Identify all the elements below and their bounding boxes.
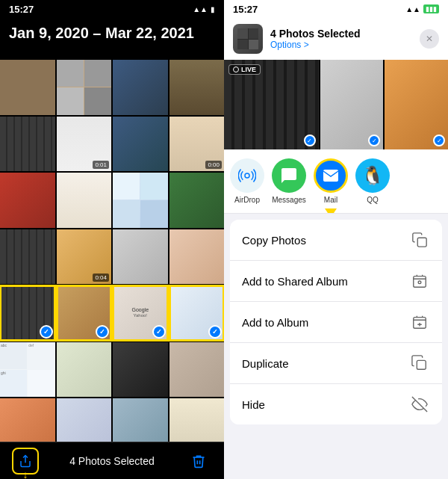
wifi-icon: ▲▲ bbox=[405, 5, 420, 13]
battery-icon: ▮ bbox=[211, 5, 215, 13]
grid-cell[interactable]: 0:04 bbox=[57, 229, 112, 285]
selected-check bbox=[96, 325, 109, 339]
grid-cell[interactable] bbox=[57, 60, 112, 115]
app-icon-airdrop[interactable]: AirDrop bbox=[230, 158, 264, 204]
grid-cell[interactable] bbox=[57, 342, 112, 398]
svg-rect-3 bbox=[414, 276, 426, 288]
share-sheet-header: 4 Photos Selected Options > ✕ bbox=[224, 18, 448, 60]
live-badge-dot bbox=[233, 67, 239, 72]
selected-check bbox=[40, 325, 53, 339]
duration-badge: 0:01 bbox=[93, 161, 109, 169]
action-list: Copy Photos Add to Shared Album bbox=[224, 214, 448, 479]
duration-badge: 0:04 bbox=[93, 274, 109, 282]
hide-label: Hide bbox=[242, 398, 265, 411]
share-button-wrapper: ↓ bbox=[12, 448, 39, 475]
qq-icon-bg: 🐧 bbox=[355, 158, 390, 193]
action-duplicate[interactable]: Duplicate bbox=[230, 343, 442, 384]
grid-cell-selected[interactable] bbox=[0, 285, 55, 341]
svg-rect-8 bbox=[417, 360, 426, 369]
svg-point-1 bbox=[245, 173, 249, 178]
grid-cell[interactable] bbox=[113, 229, 168, 285]
grid-cell-selected[interactable] bbox=[57, 285, 112, 341]
right-time: 15:27 bbox=[233, 4, 258, 15]
airdrop-icon-bg bbox=[230, 158, 264, 193]
add-shared-album-label: Add to Shared Album bbox=[242, 275, 348, 288]
wifi-icon: ▲▲ bbox=[193, 5, 208, 13]
app-icon-mail[interactable]: Mail bbox=[314, 158, 348, 204]
mail-icon-bg bbox=[314, 158, 348, 193]
action-add-album[interactable]: Add to Album bbox=[230, 302, 442, 343]
grid-cell[interactable]: 0:00 bbox=[169, 117, 225, 172]
app-icon-messages[interactable]: Messages bbox=[272, 158, 306, 204]
action-add-shared-album[interactable]: Add to Shared Album bbox=[230, 261, 442, 302]
strip-photo-2[interactable] bbox=[320, 60, 384, 149]
duration-badge: 0:00 bbox=[205, 161, 222, 169]
duplicate-label: Duplicate bbox=[242, 357, 289, 370]
qq-label: QQ bbox=[367, 196, 379, 204]
shared-album-icon bbox=[409, 271, 430, 291]
grid-cell[interactable] bbox=[113, 398, 168, 442]
selected-count-title: 4 Photos Selected bbox=[270, 28, 420, 40]
airdrop-label: AirDrop bbox=[234, 196, 260, 204]
grid-cell[interactable] bbox=[169, 229, 225, 285]
grid-cell[interactable] bbox=[169, 173, 225, 228]
grid-cell[interactable] bbox=[57, 398, 112, 442]
grid-cell[interactable] bbox=[113, 342, 168, 398]
share-header-photo-icon bbox=[233, 24, 263, 54]
right-status-bar: 15:27 ▲▲ ▮▮▮ bbox=[224, 0, 448, 18]
album-icon bbox=[409, 312, 430, 333]
grid-cell[interactable]: abc def ghi bbox=[0, 342, 55, 398]
strip-photo-3[interactable] bbox=[385, 60, 448, 149]
strip-check-3 bbox=[433, 135, 445, 146]
grid-cell[interactable] bbox=[0, 60, 55, 115]
app-icons-row: AirDrop Messages Mail 🐧 QQ bbox=[224, 149, 448, 214]
app-icon-qq[interactable]: 🐧 QQ bbox=[355, 158, 390, 204]
add-album-label: Add to Album bbox=[242, 316, 308, 329]
mail-label: Mail bbox=[324, 196, 337, 204]
grid-cell[interactable] bbox=[169, 398, 225, 442]
battery-icon: ▮▮▮ bbox=[423, 4, 439, 13]
photo-grid: 0:01 0:00 bbox=[0, 0, 224, 442]
action-copy-photos[interactable]: Copy Photos bbox=[230, 220, 442, 261]
grid-cell[interactable] bbox=[0, 173, 55, 228]
hide-icon bbox=[409, 394, 430, 415]
strip-photo-1[interactable]: LIVE bbox=[224, 60, 319, 149]
grid-cell[interactable] bbox=[0, 398, 55, 442]
right-status-icons: ▲▲ ▮▮▮ bbox=[405, 4, 439, 13]
grid-cell[interactable] bbox=[0, 117, 55, 172]
duplicate-icon bbox=[409, 353, 430, 374]
selected-check bbox=[208, 325, 222, 339]
share-header-info: 4 Photos Selected Options > bbox=[270, 28, 420, 50]
left-header: Jan 9, 2020 – Mar 22, 2021 bbox=[0, 18, 224, 48]
left-time: 15:27 bbox=[9, 4, 34, 15]
left-panel: 15:27 ▲▲ ▮ Jan 9, 2020 – Mar 22, 2021 bbox=[0, 0, 224, 479]
grid-cell[interactable] bbox=[0, 229, 55, 285]
grid-cell[interactable] bbox=[113, 173, 168, 228]
selected-count-label: 4 Photos Selected bbox=[69, 455, 155, 467]
grid-cell[interactable] bbox=[169, 342, 225, 398]
live-badge: LIVE bbox=[228, 64, 261, 75]
trash-button[interactable] bbox=[185, 448, 212, 475]
date-range: Jan 9, 2020 – Mar 22, 2021 bbox=[9, 24, 215, 42]
left-status-icons: ▲▲ ▮ bbox=[193, 5, 215, 13]
grid-cell[interactable]: 0:01 bbox=[57, 117, 112, 172]
grid-cell[interactable] bbox=[113, 60, 168, 115]
action-hide[interactable]: Hide bbox=[230, 384, 442, 424]
svg-rect-2 bbox=[417, 238, 426, 247]
copy-photos-label: Copy Photos bbox=[242, 234, 306, 247]
left-bottom-bar: ↓ 4 Photos Selected bbox=[0, 442, 224, 479]
grid-cell-selected[interactable] bbox=[169, 285, 225, 341]
photo-strip: LIVE bbox=[224, 60, 448, 149]
action-group: Copy Photos Add to Shared Album bbox=[230, 220, 442, 424]
svg-point-4 bbox=[418, 281, 421, 284]
grid-cell[interactable] bbox=[113, 117, 168, 172]
close-button[interactable]: ✕ bbox=[420, 29, 439, 49]
left-status-bar: 15:27 ▲▲ ▮ bbox=[0, 0, 224, 18]
copy-icon bbox=[409, 229, 430, 250]
grid-cell-selected[interactable]: Google Yahoo! bbox=[113, 285, 168, 341]
arrow-annotation: ↓ bbox=[23, 469, 28, 480]
options-link[interactable]: Options > bbox=[270, 40, 420, 50]
grid-inner: 0:01 0:00 bbox=[0, 0, 224, 442]
grid-cell[interactable] bbox=[57, 173, 112, 228]
grid-cell[interactable] bbox=[169, 60, 225, 115]
